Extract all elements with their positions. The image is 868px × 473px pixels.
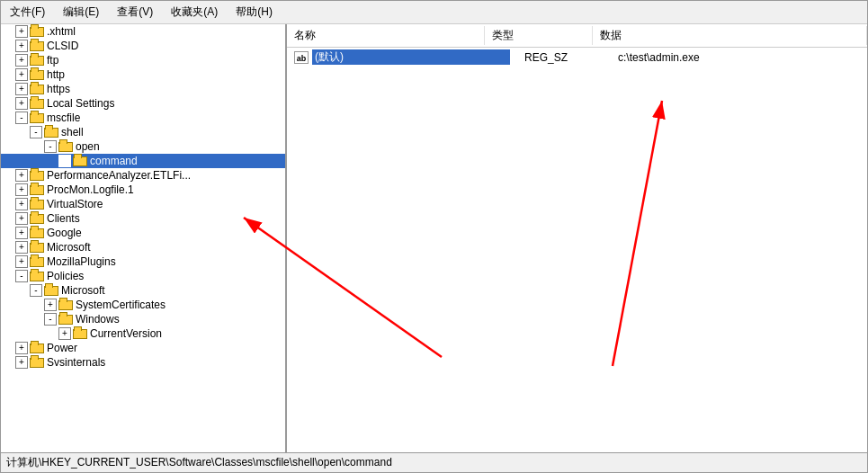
tree-toggle[interactable]: +: [15, 255, 28, 268]
tree-label: VirtualStore: [47, 198, 103, 210]
tree-toggle[interactable]: +: [15, 68, 28, 81]
tree-panel[interactable]: +.xhtml+CLSID+ftp+http+https+Local Setti…: [1, 24, 287, 452]
tree-toggle[interactable]: +: [15, 97, 28, 110]
tree-item-clsid[interactable]: +CLSID: [1, 39, 285, 53]
folder-icon: [30, 344, 44, 353]
tree-label: ftp: [47, 54, 58, 67]
tree-label: http: [47, 68, 65, 81]
tree-label: Policies: [47, 270, 84, 282]
tree-label: Power: [47, 342, 77, 354]
col-header-data: 数据: [593, 26, 867, 45]
tree-toggle[interactable]: +: [15, 183, 28, 196]
tree-item-command[interactable]: command: [1, 154, 285, 168]
tree-toggle[interactable]: +: [15, 54, 28, 67]
tree-item-ftp[interactable]: +ftp: [1, 53, 285, 67]
tree-toggle[interactable]: +: [15, 356, 28, 369]
folder-icon: [30, 70, 44, 80]
tree-label: Microsoft: [61, 284, 105, 297]
tree-toggle[interactable]: -: [44, 140, 57, 153]
statusbar: 计算机\HKEY_CURRENT_USER\Software\Classes\m…: [1, 452, 867, 472]
registry-row[interactable]: ab (默认) REG_SZ c:\test\admin.exe: [287, 48, 867, 67]
tree-item-mozillaplugins[interactable]: +MozillaPlugins: [1, 254, 285, 269]
tree-item-sysinternals[interactable]: +Svsinternals: [1, 355, 285, 370]
folder-icon: [58, 300, 73, 310]
tree-label: CurrentVersion: [90, 327, 162, 340]
folder-icon: [30, 171, 44, 181]
tree-toggle[interactable]: +: [15, 40, 28, 52]
tree-item-xhtml[interactable]: +.xhtml: [1, 24, 285, 39]
main-container: +.xhtml+CLSID+ftp+http+https+Local Setti…: [1, 24, 867, 452]
tree-label: https: [47, 83, 70, 95]
tree-toggle[interactable]: +: [58, 327, 71, 340]
tree-item-windows[interactable]: -Windows: [1, 312, 285, 326]
tree-toggle[interactable]: -: [15, 270, 28, 282]
tree-label: CLSID: [47, 40, 78, 52]
tree-item-policies-microsoft[interactable]: -Microsoft: [1, 283, 285, 298]
folder-icon: [58, 142, 73, 152]
tree-toggle[interactable]: -: [30, 126, 42, 138]
tree-label: PerformanceAnalyzer.ETLFi...: [47, 169, 191, 182]
folder-icon: [30, 56, 44, 66]
tree-toggle[interactable]: -: [44, 313, 57, 326]
folder-icon: [30, 214, 44, 224]
menu-favorites[interactable]: 收藏夹(A): [166, 3, 223, 22]
tree-toggle[interactable]: +: [15, 342, 28, 354]
tree-item-virtualstore[interactable]: +VirtualStore: [1, 197, 285, 211]
tree-item-http[interactable]: +http: [1, 67, 285, 82]
folder-icon: [30, 200, 44, 210]
tree-toggle[interactable]: +: [44, 299, 57, 311]
tree-toggle[interactable]: +: [15, 212, 28, 225]
tree-item-policies[interactable]: -Policies: [1, 269, 285, 283]
tree-item-perf[interactable]: +PerformanceAnalyzer.ETLFi...: [1, 168, 285, 183]
folder-icon: [30, 27, 44, 37]
tree-toggle[interactable]: +: [15, 25, 28, 38]
reg-value-icon: ab: [294, 51, 309, 64]
tree-item-mscfile[interactable]: -mscfile: [1, 111, 285, 125]
tree-label: Clients: [47, 212, 80, 225]
tree-label: Microsoft: [47, 241, 91, 254]
folder-icon: [30, 272, 44, 281]
folder-icon: [30, 358, 44, 368]
folder-icon: [30, 243, 44, 253]
tree-item-shell[interactable]: -shell: [1, 125, 285, 139]
reg-value-type: REG_SZ: [510, 51, 618, 64]
tree-item-microsoft[interactable]: +Microsoft: [1, 240, 285, 254]
tree-toggle: [58, 155, 71, 167]
tree-item-google[interactable]: +Google: [1, 226, 285, 240]
tree-toggle[interactable]: +: [15, 227, 28, 239]
tree-item-https[interactable]: +https: [1, 82, 285, 96]
reg-value-data: c:\test\admin.exe: [618, 51, 860, 64]
menu-edit[interactable]: 编辑(E): [58, 3, 104, 22]
tree-toggle[interactable]: -: [15, 112, 28, 124]
menu-view[interactable]: 查看(V): [112, 3, 158, 22]
tree-toggle[interactable]: +: [15, 83, 28, 95]
folder-icon: [58, 315, 73, 325]
tree-label: Google: [47, 227, 82, 239]
col-header-type: 类型: [485, 26, 593, 45]
registry-editor-window: 文件(F) 编辑(E) 查看(V) 收藏夹(A) 帮助(H) +.xhtml+C…: [0, 0, 868, 473]
tree-item-currentversion[interactable]: +CurrentVersion: [1, 326, 285, 341]
tree-label: SystemCertificates: [76, 299, 166, 311]
main-area: +.xhtml+CLSID+ftp+http+https+Local Setti…: [1, 24, 867, 452]
tree-item-open[interactable]: -open: [1, 139, 285, 154]
tree-label: mscfile: [47, 112, 80, 124]
tree-item-clients[interactable]: +Clients: [1, 211, 285, 226]
tree-item-procmon[interactable]: +ProcMon.Logfile.1: [1, 183, 285, 197]
tree-toggle[interactable]: +: [15, 241, 28, 254]
tree-label: Local Settings: [47, 97, 114, 110]
folder-icon: [30, 99, 44, 109]
content-panel: 名称 类型 数据 ab (默认) REG_SZ c:\test\admin.ex…: [287, 24, 867, 452]
menu-help[interactable]: 帮助(H): [230, 3, 278, 22]
tree-item-systemcerts[interactable]: +SystemCertificates: [1, 298, 285, 312]
menu-file[interactable]: 文件(F): [4, 3, 50, 22]
tree-label: MozillaPlugins: [47, 255, 116, 268]
tree-toggle[interactable]: +: [15, 198, 28, 210]
tree-toggle[interactable]: +: [15, 169, 28, 182]
tree-label: ProcMon.Logfile.1: [47, 183, 134, 196]
tree-item-local-settings[interactable]: +Local Settings: [1, 96, 285, 111]
tree-label: Windows: [76, 313, 120, 326]
tree-label: command: [90, 155, 138, 167]
tree-toggle[interactable]: -: [30, 284, 42, 297]
tree-item-power[interactable]: +Power: [1, 341, 285, 355]
folder-icon: [30, 85, 44, 94]
